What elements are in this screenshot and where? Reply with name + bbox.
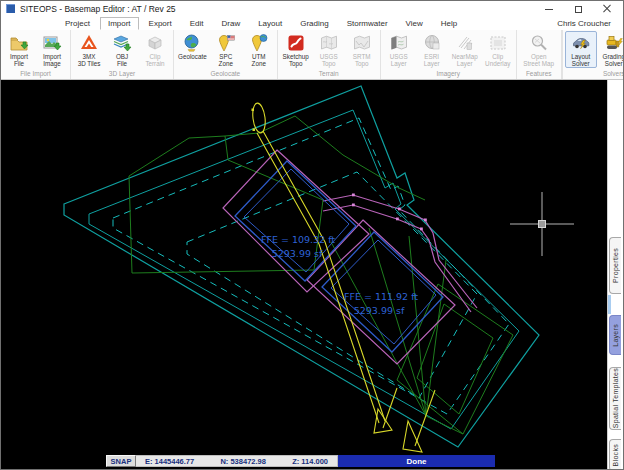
ribbon-group-label: File Import xyxy=(3,70,68,79)
esri-layer-icon xyxy=(422,33,442,53)
green-utility-lines xyxy=(129,116,513,434)
usgs-layer-icon xyxy=(389,33,409,53)
open-street-map-icon xyxy=(529,33,549,53)
building1-ffe-label: FFE = 109.32 ft xyxy=(261,234,335,245)
building1-area-label: 5293.99 sf xyxy=(272,248,323,259)
3mx-3d-tiles-button[interactable]: 3MX 3D Tiles xyxy=(73,31,105,68)
crosshair-cursor xyxy=(510,192,574,256)
user-name[interactable]: Chris Croucher xyxy=(557,19,611,28)
open-street-map-button[interactable]: Open Street Map xyxy=(519,31,559,68)
nearmap-layer-icon xyxy=(455,33,475,53)
geolocate-button[interactable]: Geolocate xyxy=(176,31,209,61)
menu-draw[interactable]: Draw xyxy=(214,17,249,30)
clip-terrain-icon xyxy=(145,33,165,53)
spc-zone-button[interactable]: SPC Zone xyxy=(210,31,242,68)
ribbon-group-label: 3D Layer xyxy=(73,70,171,79)
tab-properties[interactable]: Properties xyxy=(609,237,621,294)
ribbon-group-label: Features xyxy=(519,70,559,79)
building2-ffe-label: FFE = 111.92 ft xyxy=(344,291,418,302)
clip-underlay-icon xyxy=(488,33,508,53)
obj-file-button[interactable]: OBJ File xyxy=(106,31,138,68)
sketchup-topo-icon xyxy=(286,33,306,53)
layout-solver-button[interactable]: Layout Solver xyxy=(565,31,597,68)
snap-button[interactable]: SNAP xyxy=(106,455,136,467)
clip-underlay-button[interactable]: Clip Underlay xyxy=(482,31,514,68)
menu-layout[interactable]: Layout xyxy=(250,17,290,30)
menu-edit[interactable]: Edit xyxy=(182,17,212,30)
vertex-grips xyxy=(352,194,427,231)
clip-terrain-button[interactable]: Clip Terrain xyxy=(139,31,171,68)
easting-value: E: 1445446.77 xyxy=(145,457,194,466)
app-window: SITEOPS - Basemap Editor : AT / Rev 25 P… xyxy=(0,0,624,470)
utm-zone-button[interactable]: UTM Zone xyxy=(243,31,275,68)
title-bar: SITEOPS - Basemap Editor : AT / Rev 25 xyxy=(1,1,623,16)
ribbon-group-label: Geolocate xyxy=(176,70,275,79)
drawing-area: FFE = 109.32 ft 5293.99 sf FFE = 111.92 … xyxy=(1,80,623,469)
ribbon-group-3d-layer: 3MX 3D Tiles OBJ File xyxy=(71,30,174,79)
tab-layers[interactable]: Layers xyxy=(609,315,621,355)
ribbon-group-file-import: Import File Import Image File Import xyxy=(1,30,71,79)
side-tab-strip: Properties Layers Spatial Templates Bloc… xyxy=(607,80,623,469)
grading-solver-button[interactable]: Grading Solver xyxy=(598,31,624,68)
maximize-icon[interactable] xyxy=(574,5,582,13)
elevation-value: Z: 114.000 xyxy=(292,457,328,466)
menu-view[interactable]: View xyxy=(398,17,431,30)
usgs-layer-button[interactable]: USGS Layer xyxy=(383,31,415,68)
site-boundary-lines xyxy=(64,86,539,447)
menu-grading[interactable]: Grading xyxy=(292,17,336,30)
menu-help[interactable]: Help xyxy=(433,17,465,30)
ribbon-group-label: Solvers xyxy=(565,70,624,79)
menu-stormwater[interactable]: Stormwater xyxy=(339,17,396,30)
app-icon xyxy=(6,4,15,13)
layout-solver-icon xyxy=(571,33,591,53)
obj-file-icon xyxy=(112,33,132,53)
menu-export[interactable]: Export xyxy=(141,17,180,30)
minimize-icon[interactable] xyxy=(545,5,553,13)
building2-area-label: 5293.99 sf xyxy=(354,305,405,316)
northing-value: N: 538472.98 xyxy=(220,457,265,466)
esri-layer-button[interactable]: ESRI Layer xyxy=(416,31,448,68)
3mx-tiles-icon xyxy=(79,33,99,53)
tab-scroll-indicator[interactable] xyxy=(608,295,611,314)
srtm-topo-icon xyxy=(352,33,372,53)
ribbon-group-label: Imagery xyxy=(383,70,514,79)
window-controls xyxy=(545,5,619,13)
status-bar: SNAP E: 1445446.77 N: 538472.98 Z: 114.0… xyxy=(106,455,495,467)
srtm-topo-button[interactable]: SRTM Topo xyxy=(346,31,378,68)
usgs-topo-icon xyxy=(319,33,339,53)
import-file-icon xyxy=(9,33,29,53)
geolocate-icon xyxy=(182,33,202,53)
menu-bar: Project Import Export Edit Draw Layout G… xyxy=(1,16,623,30)
coordinate-readout: E: 1445446.77 N: 538472.98 Z: 114.000 xyxy=(136,455,338,467)
ribbon-group-terrain: Sketchup Topo USGS Topo SRTM Topo xyxy=(278,30,381,79)
ribbon-group-label: Terrain xyxy=(280,70,378,79)
import-image-icon xyxy=(42,33,62,53)
import-image-button[interactable]: Import Image xyxy=(36,31,68,68)
nearmap-layer-button[interactable]: NearMap Layer xyxy=(449,31,481,68)
spc-zone-icon xyxy=(216,33,236,53)
done-button[interactable]: Done xyxy=(338,455,495,467)
menu-project[interactable]: Project xyxy=(57,17,98,30)
window-title: SITEOPS - Basemap Editor : AT / Rev 25 xyxy=(20,4,176,14)
ribbon-group-features: Open Street Map Features xyxy=(517,30,562,79)
menu-import[interactable]: Import xyxy=(100,17,139,30)
sketchup-topo-button[interactable]: Sketchup Topo xyxy=(280,31,312,68)
ribbon-group-geolocate: Geolocate SPC Zone xyxy=(174,30,278,79)
utm-zone-icon xyxy=(249,33,269,53)
basemap-canvas[interactable]: FFE = 109.32 ft 5293.99 sf FFE = 111.92 … xyxy=(1,80,610,470)
ribbon-toolbar: Import File Import Image File Import xyxy=(1,30,623,80)
tab-spatial-templates[interactable]: Spatial Templates xyxy=(609,367,621,430)
ribbon-group-imagery: USGS Layer ESRI Layer NearMap Layer xyxy=(381,30,517,79)
usgs-topo-button[interactable]: USGS Topo xyxy=(313,31,345,68)
grading-solver-icon xyxy=(604,33,624,53)
close-icon[interactable] xyxy=(603,5,611,13)
import-file-button[interactable]: Import File xyxy=(3,31,35,68)
ribbon-group-solvers: Layout Solver Grading Solver xyxy=(563,30,624,79)
tab-blocks[interactable]: Blocks xyxy=(609,439,621,470)
